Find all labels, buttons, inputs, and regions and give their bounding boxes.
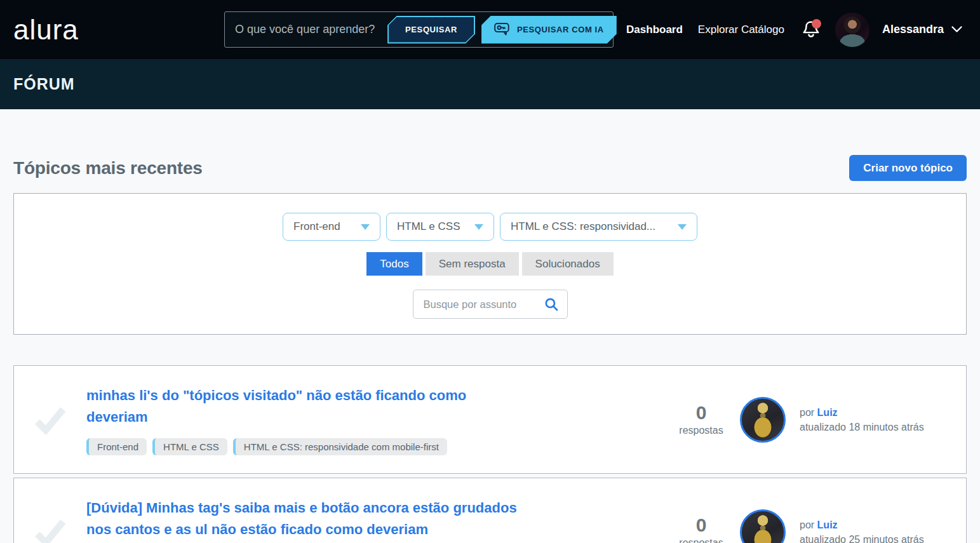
luri-ai-icon: [494, 22, 511, 37]
subcategory-dropdown[interactable]: HTML e CSS: [386, 213, 494, 241]
tab-solucionados[interactable]: Solucionados: [522, 252, 614, 276]
nav-explore-catalog-link[interactable]: Explorar Catálogo: [698, 23, 784, 36]
response-count-number: 0: [673, 514, 730, 536]
author-prefix: por: [800, 407, 814, 418]
checkmark-icon: [34, 518, 67, 543]
topic-meta: 0 respostas por Luiz atualizado 18 minut…: [673, 397, 966, 443]
search-with-ai-button[interactable]: PESQUISAR COM IA: [481, 16, 617, 44]
topic-card: minhas li's do "tópicos visitado" não es…: [13, 365, 967, 474]
response-count-number: 0: [673, 402, 730, 424]
topic-byline: por Luiz atualizado 18 minutos atrás: [800, 405, 924, 434]
topic-updated: atualizado 25 minutos atrás: [800, 532, 924, 543]
filter-panel: Front-end HTML e CSS HTML e CSS: respons…: [13, 193, 967, 335]
topic-status: [14, 518, 86, 543]
topic-body: minhas li's do "tópicos visitado" não es…: [86, 368, 673, 471]
topic-search-input[interactable]: [424, 298, 544, 311]
topic-byline: por Luiz atualizado 25 minutos atrás: [800, 518, 924, 543]
category-dropdown[interactable]: Front-end: [283, 213, 380, 241]
search-with-ai-label: PESQUISAR COM IA: [517, 25, 604, 34]
topic-title-link[interactable]: [Dúvida] Minhas tag's saiba mais e botão…: [86, 497, 521, 540]
header-nav: Dashboard Explorar Catálogo: [626, 23, 784, 36]
caret-down-icon: [678, 224, 687, 230]
search-button[interactable]: PESQUISAR: [387, 16, 475, 44]
topic-status: [14, 405, 86, 434]
topic-updated: atualizado 18 minutos atrás: [800, 420, 924, 434]
create-topic-button[interactable]: Criar novo tópico: [849, 155, 967, 181]
author-avatar: [740, 397, 786, 443]
user-name: Alessandra: [882, 23, 944, 36]
user-avatar[interactable]: [835, 13, 869, 47]
topic-title-link[interactable]: minhas li's do "tópicos visitado" não es…: [86, 385, 521, 428]
topic-search-bar: [413, 290, 568, 319]
status-tabs: Todos Sem resposta Solucionados: [14, 252, 966, 276]
global-search-input[interactable]: [235, 23, 382, 36]
alura-logo[interactable]: alura: [13, 16, 79, 44]
notification-dot: [812, 19, 821, 29]
response-count: 0 respostas: [673, 402, 730, 438]
response-count-label: respostas: [673, 536, 730, 543]
author-avatar: [740, 509, 786, 543]
topic-tags: Front-end HTML e CSS HTML e CSS: respons…: [86, 438, 673, 455]
global-search-bar: PESQUISAR PESQUISAR COM IA: [224, 11, 614, 48]
checkmark-icon: [34, 405, 67, 434]
author-link[interactable]: Luiz: [817, 520, 838, 530]
forum-banner: FÓRUM: [0, 59, 980, 109]
author-prefix: por: [800, 520, 814, 530]
topic-meta: 0 respostas por Luiz atualizado 25 minut…: [673, 509, 966, 543]
filter-dropdowns: Front-end HTML e CSS HTML e CSS: respons…: [14, 194, 966, 241]
tab-sem-resposta[interactable]: Sem resposta: [426, 252, 519, 276]
chevron-down-icon: [951, 26, 962, 33]
notifications-button[interactable]: [801, 18, 821, 41]
topic-body: [Dúvida] Minhas tag's saiba mais e botão…: [86, 481, 673, 543]
tab-todos[interactable]: Todos: [366, 252, 422, 276]
tag[interactable]: Front-end: [86, 438, 147, 455]
course-dropdown-value: HTML e CSS: responsividad...: [511, 220, 655, 233]
category-dropdown-value: Front-end: [293, 220, 340, 233]
main-content: Tópicos mais recentes Criar novo tópico …: [0, 155, 980, 543]
response-count: 0 respostas: [673, 514, 730, 543]
caret-down-icon: [474, 224, 483, 230]
search-button-label: PESQUISAR: [389, 17, 474, 43]
tag[interactable]: HTML e CSS: responsividade com mobile-fi…: [233, 438, 447, 455]
tag[interactable]: HTML e CSS: [152, 438, 227, 455]
subcategory-dropdown-value: HTML e CSS: [397, 220, 460, 233]
response-count-label: respostas: [673, 424, 730, 438]
nav-dashboard-link[interactable]: Dashboard: [626, 23, 683, 36]
magnifier-icon[interactable]: [544, 297, 559, 312]
page-head: Tópicos mais recentes Criar novo tópico: [13, 155, 967, 181]
topic-card: [Dúvida] Minhas tag's saiba mais e botão…: [13, 478, 967, 543]
author-link[interactable]: Luiz: [817, 407, 838, 418]
course-dropdown[interactable]: HTML e CSS: responsividad...: [500, 213, 697, 241]
caret-down-icon: [361, 224, 370, 230]
page-title: Tópicos mais recentes: [13, 158, 203, 178]
user-menu[interactable]: Alessandra: [882, 23, 962, 36]
top-header: alura PESQUISAR PESQUISAR COM IA Dashboa…: [0, 0, 980, 59]
forum-title: FÓRUM: [13, 75, 75, 93]
